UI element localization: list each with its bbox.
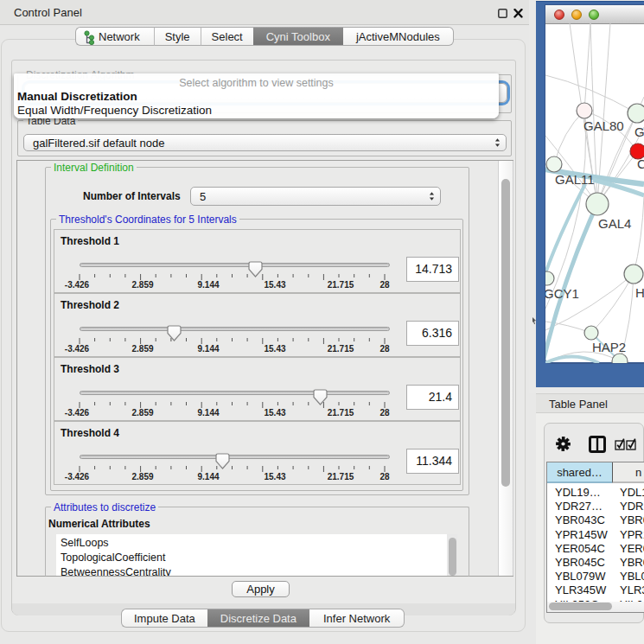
svg-text:GAL80: GAL80 <box>583 118 624 133</box>
svg-text:HAP2: HAP2 <box>592 340 626 354</box>
svg-text:C: C <box>637 156 644 171</box>
svg-text:H: H <box>635 285 644 300</box>
svg-text:GAL4: GAL4 <box>598 216 631 231</box>
svg-text:G.: G. <box>634 124 644 139</box>
svg-text:GCY1: GCY1 <box>545 286 579 301</box>
svg-text:GAL11: GAL11 <box>555 172 595 187</box>
